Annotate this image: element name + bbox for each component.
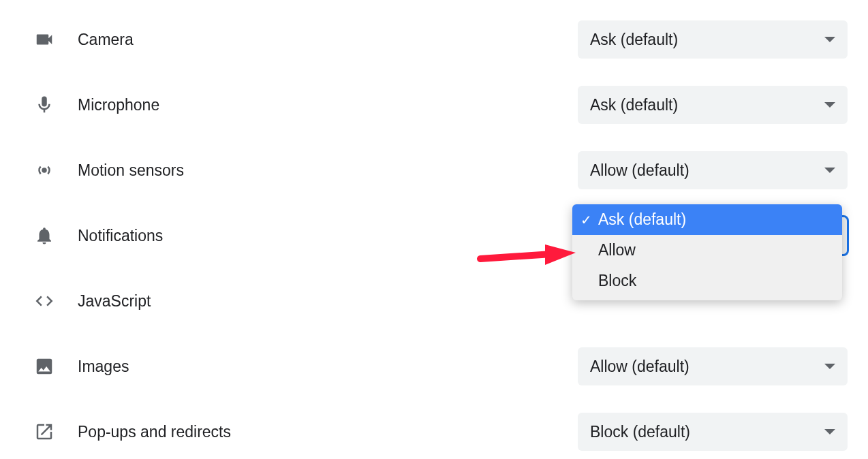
row-left: Pop-ups and redirects xyxy=(34,422,231,442)
label-microphone: Microphone xyxy=(78,96,159,114)
code-icon xyxy=(34,291,55,311)
open-in-new-icon xyxy=(34,422,55,442)
select-motion-sensors[interactable]: Allow (default) xyxy=(578,151,848,189)
select-microphone[interactable]: Ask (default) xyxy=(578,86,848,124)
row-motion-sensors: Motion sensors Allow (default) xyxy=(0,138,868,203)
dropdown-notifications[interactable]: ✓ Ask (default) Allow Block xyxy=(572,204,842,300)
dropdown-option-allow[interactable]: Allow xyxy=(572,235,842,266)
check-icon: ✓ xyxy=(580,212,592,228)
select-text-camera: Ask (default) xyxy=(590,31,678,49)
caret-icon xyxy=(824,37,835,42)
bell-icon xyxy=(34,225,55,246)
select-text-popups: Block (default) xyxy=(590,423,690,441)
dropdown-option-ask-default[interactable]: ✓ Ask (default) xyxy=(572,204,842,235)
caret-icon xyxy=(824,102,835,108)
row-left: Motion sensors xyxy=(34,160,184,180)
camera-icon xyxy=(34,29,55,50)
dropdown-option-label: Block xyxy=(598,272,636,290)
microphone-icon xyxy=(34,95,55,115)
label-motion-sensors: Motion sensors xyxy=(78,161,184,180)
select-text-motion-sensors: Allow (default) xyxy=(590,161,689,180)
caret-icon xyxy=(824,168,835,173)
select-images[interactable]: Allow (default) xyxy=(578,347,848,385)
select-text-microphone: Ask (default) xyxy=(590,96,678,114)
select-text-images: Allow (default) xyxy=(590,358,689,376)
label-camera: Camera xyxy=(78,31,134,49)
select-camera[interactable]: Ask (default) xyxy=(578,20,848,59)
label-popups: Pop-ups and redirects xyxy=(78,423,231,441)
row-left: Camera xyxy=(34,29,134,50)
row-camera: Camera Ask (default) xyxy=(0,7,868,72)
motion-sensors-icon xyxy=(34,160,55,180)
dropdown-option-label: Ask (default) xyxy=(598,210,686,229)
row-left: Microphone xyxy=(34,95,159,115)
row-popups: Pop-ups and redirects Block (default) xyxy=(0,399,868,459)
label-images: Images xyxy=(78,358,129,376)
dropdown-option-block[interactable]: Block xyxy=(572,266,842,296)
row-microphone: Microphone Ask (default) xyxy=(0,72,868,138)
row-left: JavaScript xyxy=(34,291,151,311)
row-images: Images Allow (default) xyxy=(0,334,868,399)
row-left: Images xyxy=(34,356,129,377)
caret-icon xyxy=(824,429,835,434)
dropdown-option-label: Allow xyxy=(598,241,636,259)
select-popups[interactable]: Block (default) xyxy=(578,413,848,451)
caret-icon xyxy=(824,364,835,369)
image-icon xyxy=(34,356,55,377)
row-left: Notifications xyxy=(34,225,163,246)
label-notifications: Notifications xyxy=(78,227,163,245)
label-javascript: JavaScript xyxy=(78,292,151,311)
svg-point-0 xyxy=(42,168,47,173)
